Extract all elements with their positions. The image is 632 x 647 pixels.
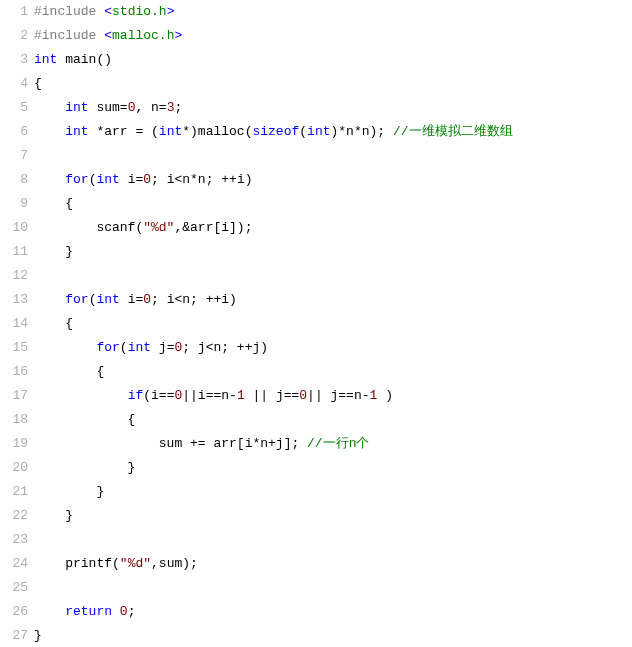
token-id: ) <box>377 388 393 403</box>
token-id: ; j<n; ++j) <box>182 340 268 355</box>
code-line: { <box>34 360 632 384</box>
token-kw: int <box>34 52 57 67</box>
token-kw: int <box>128 340 151 355</box>
code-line: } <box>34 624 632 647</box>
token-num: 0 <box>143 172 151 187</box>
token-kw: int <box>159 124 182 139</box>
token-cmt: //一维模拟二维数组 <box>393 124 513 139</box>
token-id: ; <box>128 604 136 619</box>
token-id: *arr = ( <box>89 124 159 139</box>
code-line: sum += arr[i*n+j]; //一行n个 <box>34 432 632 456</box>
line-number: 1 <box>0 0 28 24</box>
token-id: } <box>34 508 73 523</box>
line-number: 9 <box>0 192 28 216</box>
token-kw: int <box>96 172 119 187</box>
code-line: int main() <box>34 48 632 72</box>
token-kw: int <box>65 124 88 139</box>
token-id <box>34 100 65 115</box>
line-number: 7 <box>0 144 28 168</box>
token-id: ||i==n- <box>182 388 237 403</box>
line-number: 16 <box>0 360 28 384</box>
token-id: scanf( <box>34 220 143 235</box>
code-line: } <box>34 240 632 264</box>
token-id: ; <box>174 100 182 115</box>
token-inc: < <box>104 4 112 19</box>
line-number: 2 <box>0 24 28 48</box>
code-line: { <box>34 192 632 216</box>
token-id: j= <box>151 340 174 355</box>
token-id: i= <box>120 172 143 187</box>
line-number: 20 <box>0 456 28 480</box>
token-kw: return <box>65 604 112 619</box>
line-number: 26 <box>0 600 28 624</box>
token-id: *)malloc( <box>182 124 252 139</box>
token-id <box>34 124 65 139</box>
line-number: 11 <box>0 240 28 264</box>
token-id: sum += arr[i*n+j]; <box>34 436 307 451</box>
token-id: } <box>34 628 42 643</box>
line-number: 23 <box>0 528 28 552</box>
line-number: 17 <box>0 384 28 408</box>
token-pp: #include <box>34 4 104 19</box>
code-line: { <box>34 408 632 432</box>
token-id: ; i<n*n; ++i) <box>151 172 252 187</box>
code-line: } <box>34 504 632 528</box>
token-id <box>34 604 65 619</box>
code-line: } <box>34 456 632 480</box>
token-id: ( <box>120 340 128 355</box>
line-number: 15 <box>0 336 28 360</box>
token-id: i= <box>120 292 143 307</box>
token-inc: > <box>174 28 182 43</box>
line-number: 3 <box>0 48 28 72</box>
token-kw: sizeof <box>252 124 299 139</box>
line-number: 12 <box>0 264 28 288</box>
token-inc: > <box>167 4 175 19</box>
token-id: || j==n- <box>307 388 369 403</box>
token-id <box>34 172 65 187</box>
token-id <box>34 388 128 403</box>
line-number: 4 <box>0 72 28 96</box>
token-id: } <box>34 460 135 475</box>
line-number: 22 <box>0 504 28 528</box>
token-kw: if <box>128 388 144 403</box>
token-str: "%d" <box>120 556 151 571</box>
code-line: if(i==0||i==n-1 || j==0|| j==n-1 ) <box>34 384 632 408</box>
code-line <box>34 576 632 600</box>
token-id: (i== <box>143 388 174 403</box>
code-line: scanf("%d",&arr[i]); <box>34 216 632 240</box>
token-id: main() <box>57 52 112 67</box>
token-id <box>34 292 65 307</box>
token-kw: for <box>65 292 88 307</box>
line-number: 6 <box>0 120 28 144</box>
code-line: { <box>34 312 632 336</box>
line-number: 14 <box>0 312 28 336</box>
token-inc: < <box>104 28 112 43</box>
token-kw: int <box>96 292 119 307</box>
code-line <box>34 264 632 288</box>
token-id: { <box>34 76 42 91</box>
token-id: { <box>34 364 104 379</box>
line-number-gutter: 1234567891011121314151617181920212223242… <box>0 0 34 647</box>
code-line: return 0; <box>34 600 632 624</box>
line-number: 10 <box>0 216 28 240</box>
code-line: #include <malloc.h> <box>34 24 632 48</box>
token-id: sum= <box>89 100 128 115</box>
code-line: { <box>34 72 632 96</box>
token-id <box>34 340 96 355</box>
token-id: , n= <box>135 100 166 115</box>
code-line: for(int j=0; j<n; ++j) <box>34 336 632 360</box>
line-number: 21 <box>0 480 28 504</box>
line-number: 25 <box>0 576 28 600</box>
token-id <box>112 604 120 619</box>
code-area: #include <stdio.h>#include <malloc.h>int… <box>34 0 632 647</box>
token-hdr: malloc.h <box>112 28 174 43</box>
code-line: printf("%d",sum); <box>34 552 632 576</box>
token-num: 0 <box>143 292 151 307</box>
token-hdr: stdio.h <box>112 4 167 19</box>
token-id: printf( <box>34 556 120 571</box>
line-number: 5 <box>0 96 28 120</box>
code-line: for(int i=0; i<n*n; ++i) <box>34 168 632 192</box>
token-id: ( <box>299 124 307 139</box>
token-id: ; i<n; ++i) <box>151 292 237 307</box>
token-id: } <box>34 484 104 499</box>
